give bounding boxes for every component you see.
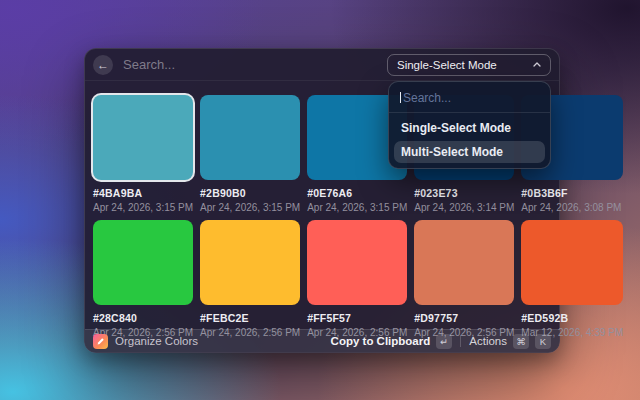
mode-select-value: Single-Select Mode [397, 59, 497, 71]
bottombar: Organize Colors Copy to Clipboard ↵ Acti… [85, 329, 559, 352]
dropdown-divider [389, 112, 550, 113]
swatch-hex-label: #28C840 [93, 312, 193, 324]
color-swatch-card: #ED592B Mar 12, 2026, 4:39 PM [521, 220, 623, 338]
organize-colors-window: ← Search... Single-Select Mode #4BA9BA A… [84, 48, 560, 353]
copy-to-clipboard-button[interactable]: Copy to Clipboard [331, 335, 431, 347]
swatch-hex-label: #D97757 [414, 312, 514, 324]
mode-select-dropdown-button[interactable]: Single-Select Mode [387, 54, 551, 76]
color-swatch-card: #FF5F57 Apr 24, 2026, 2:56 PM [307, 220, 407, 338]
bar-divider [460, 335, 461, 347]
swatch-date-label: Apr 24, 2026, 3:14 PM [414, 202, 514, 213]
color-swatch[interactable] [414, 220, 514, 305]
swatch-hex-label: #0B3B6F [521, 187, 623, 199]
color-swatch[interactable] [521, 220, 623, 305]
k-key-icon: K [535, 334, 551, 349]
actions-button[interactable]: Actions [469, 335, 507, 347]
search-input[interactable]: Search... [123, 57, 175, 72]
dropdown-search-input[interactable]: Search... [394, 87, 545, 110]
chevron-up-icon [533, 62, 541, 67]
text-cursor [400, 92, 401, 103]
app-title: Organize Colors [115, 335, 198, 347]
pencil-icon [96, 337, 105, 346]
dropdown-option-multi-select[interactable]: Multi-Select Mode [394, 141, 545, 163]
swatch-hex-label: #0E76A6 [307, 187, 407, 199]
dropdown-option-single-select[interactable]: Single-Select Mode [394, 117, 545, 139]
color-swatch[interactable] [200, 95, 300, 180]
topbar: ← Search... Single-Select Mode [85, 49, 559, 81]
swatch-hex-label: #FF5F57 [307, 312, 407, 324]
swatch-date-label: Apr 24, 2026, 3:08 PM [521, 202, 623, 213]
command-key-icon: ⌘ [513, 334, 529, 349]
color-swatch[interactable] [93, 220, 193, 305]
swatch-hex-label: #ED592B [521, 312, 623, 324]
desktop-background: { "topbar": { "search_placeholder": "Sea… [0, 0, 640, 400]
color-swatch-card: #4BA9BA Apr 24, 2026, 3:15 PM [93, 95, 193, 213]
swatch-hex-label: #023E73 [414, 187, 514, 199]
swatch-date-label: Apr 24, 2026, 3:15 PM [93, 202, 193, 213]
color-swatch-card: #FEBC2E Apr 24, 2026, 2:56 PM [200, 220, 300, 338]
color-swatch-card: #2B90B0 Apr 24, 2026, 3:15 PM [200, 95, 300, 213]
color-swatch-card: #28C840 Apr 24, 2026, 2:56 PM [93, 220, 193, 338]
organize-colors-app-icon [93, 334, 108, 349]
swatch-hex-label: #FEBC2E [200, 312, 300, 324]
swatch-hex-label: #4BA9BA [93, 187, 193, 199]
swatch-date-label: Apr 24, 2026, 3:15 PM [307, 202, 407, 213]
color-swatch[interactable] [93, 95, 193, 180]
color-swatch[interactable] [307, 220, 407, 305]
return-key-icon: ↵ [436, 334, 452, 349]
back-button[interactable]: ← [93, 55, 113, 75]
swatch-date-label: Apr 24, 2026, 3:15 PM [200, 202, 300, 213]
back-arrow-icon: ← [97, 59, 109, 71]
swatch-hex-label: #2B90B0 [200, 187, 300, 199]
color-swatch-card: #D97757 Apr 24, 2026, 2:56 PM [414, 220, 514, 338]
color-swatch[interactable] [200, 220, 300, 305]
mode-select-dropdown-panel: Search... Single-Select Mode Multi-Selec… [388, 81, 551, 169]
